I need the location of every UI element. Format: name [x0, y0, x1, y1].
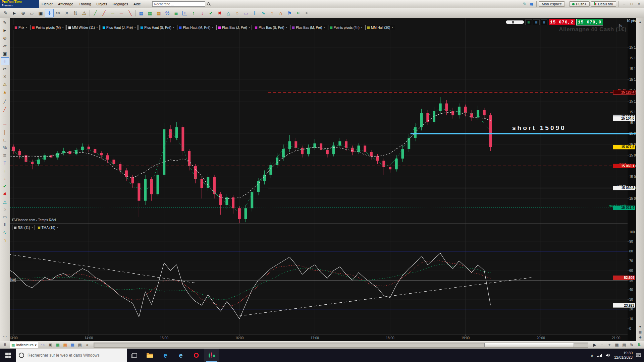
chart-table-green[interactable]: ▦ — [146, 9, 154, 17]
data-table-blue-button-1[interactable]: ≣ — [533, 19, 540, 25]
sort-tool[interactable]: ⇅ — [71, 9, 80, 17]
zoom-out-button[interactable]: − — [598, 342, 606, 348]
arrow-down-red-tool[interactable]: ↓ — [1, 175, 9, 182]
indicators-dropdown[interactable]: ▦ Indicateurs ▾ — [10, 342, 38, 348]
brush-icon[interactable]: ✎ — [522, 1, 528, 7]
cut-tool[interactable]: ✂ — [1, 65, 9, 73]
calendar-button[interactable]: ▦ — [613, 342, 621, 348]
percent-tool[interactable]: % — [1, 144, 9, 152]
arrow-down-green-tool[interactable]: ↓ — [1, 167, 9, 175]
triangle-tool[interactable]: △ — [224, 9, 233, 17]
curve-green-tool[interactable]: ≈ — [294, 9, 303, 17]
zoom-tool[interactable]: ⊕ — [1, 34, 9, 42]
indicator-legend-item[interactable]: MM Wilder (11)× — [66, 25, 100, 30]
clock[interactable]: 19:30 12/01/2023 — [614, 351, 633, 360]
zoom-tool[interactable]: ⊕ — [19, 9, 28, 17]
push-button[interactable]: Push+ — [569, 1, 590, 7]
chart-canvas[interactable]: 15 17015 16015 15015 14015 13015 12015 1… — [10, 18, 636, 341]
alert-tool[interactable]: ⚠ — [80, 9, 89, 17]
line-tool[interactable]: ╱ — [1, 98, 9, 105]
taskbar-search[interactable] — [16, 349, 127, 362]
arrows-green-button[interactable]: ⇅ — [635, 342, 643, 348]
channel-tool[interactable]: ‖ — [1, 221, 9, 229]
menu-aide[interactable]: Aide — [131, 0, 144, 8]
short-annotation[interactable]: short 15090 — [512, 124, 566, 131]
legend-remove-icon[interactable]: × — [134, 26, 136, 29]
workspace-icon[interactable]: ▦ — [528, 1, 534, 7]
indicator-legend-item[interactable]: MM Hull (30)× — [365, 25, 395, 30]
channel-tool[interactable]: ‖ — [250, 9, 259, 17]
trash-tool[interactable]: ✕ — [62, 9, 71, 17]
chart-table-blue[interactable]: ▦ — [137, 9, 146, 17]
move-tool[interactable]: ✛ — [1, 57, 9, 65]
notification-icon[interactable] — [636, 353, 641, 358]
pattern-arc-tool[interactable]: ∩ — [1, 236, 9, 244]
trendline-green-tool[interactable]: ╱ — [91, 9, 100, 17]
check-tool[interactable]: ✔ — [1, 182, 9, 190]
rect-tool[interactable]: ▭ — [241, 9, 250, 17]
cut-tool[interactable]: ✂ — [54, 9, 62, 17]
internet-explorer-app[interactable]: e — [173, 349, 189, 362]
fibonacci-tool[interactable]: ≣ — [1, 152, 9, 159]
pencil-tool[interactable]: ✎ — [1, 19, 9, 26]
text-tool[interactable]: T — [1, 159, 9, 167]
indicator-legend-item[interactable]: Plus Haut (M, Pré)× — [177, 25, 215, 30]
zoom-slider[interactable] — [506, 20, 524, 24]
task-view-button[interactable] — [127, 349, 142, 362]
indicator-legend-item[interactable]: Plus Haut (S, Pré)× — [139, 25, 176, 30]
search-icon[interactable] — [207, 2, 211, 6]
ray-red-tool[interactable]: ╲ — [126, 9, 135, 17]
alert-tool[interactable]: ⚠ — [1, 80, 9, 88]
check-tool[interactable]: ✔ — [207, 9, 215, 17]
start-button[interactable] — [0, 349, 16, 362]
close-button[interactable]: × — [635, 1, 643, 7]
menu-fichier[interactable]: Fichier — [39, 0, 55, 8]
cross-tool[interactable]: ✖ — [215, 9, 224, 17]
grip-handle[interactable]: ⠿ — [1, 342, 9, 348]
search-input[interactable] — [152, 1, 205, 7]
vline-tool[interactable]: │ — [1, 128, 9, 136]
hline-olive-tool[interactable]: ─ — [108, 9, 117, 17]
price-axis[interactable] — [628, 18, 636, 341]
scroll-down-button[interactable]: ▼ — [637, 324, 643, 329]
time-scrollbar[interactable] — [94, 343, 588, 348]
chart-table-orange[interactable]: ▦ — [154, 9, 163, 17]
eraser-tool[interactable]: ▱ — [1, 42, 9, 50]
zoom-in-button[interactable]: + — [606, 342, 613, 348]
menu-réglages[interactable]: Réglages — [110, 0, 130, 8]
collapse-button[interactable]: « — [84, 342, 91, 348]
copy-tool[interactable]: ▣ — [1, 50, 9, 57]
indicator-legend-item[interactable]: Points pivots (4h)× — [328, 25, 365, 30]
fibonacci-tool[interactable]: ≣ — [172, 9, 180, 17]
zoom-slider-knob[interactable] — [512, 21, 514, 23]
print-button[interactable]: ▤ — [76, 342, 84, 348]
refresh-button[interactable]: ↻ — [628, 342, 635, 348]
mon-espace-button[interactable]: Mon espace — [539, 1, 565, 7]
angle-tool[interactable]: ∟ — [1, 136, 9, 144]
more-tools[interactable]: ⋯ — [1, 332, 9, 340]
cursor-tool[interactable]: ► — [1, 26, 9, 34]
legend-remove-icon[interactable]: × — [323, 26, 325, 29]
cursor-tool[interactable]: ► — [10, 9, 19, 17]
ellipse-tool[interactable]: ○ — [1, 205, 9, 213]
flag-tool[interactable]: ⚑ — [285, 9, 294, 17]
snapshot-button[interactable]: ▤ — [621, 342, 628, 348]
trash-tool[interactable]: ✕ — [1, 73, 9, 80]
legend-remove-icon[interactable]: × — [96, 26, 98, 29]
clipboard-button[interactable]: ▣ — [47, 342, 54, 348]
arrow-down-red-tool[interactable]: ↓ — [198, 9, 207, 17]
line-red-tool[interactable]: ╱ — [1, 105, 9, 113]
eraser-tool[interactable]: ▱ — [28, 9, 36, 17]
minimize-button[interactable]: – — [621, 1, 628, 7]
grid-blue-button[interactable]: ▦ — [69, 342, 76, 348]
grid-green-button[interactable]: ▦ — [54, 342, 61, 348]
copy-tool[interactable]: ▣ — [36, 9, 45, 17]
legend-remove-icon[interactable]: × — [173, 26, 174, 29]
ellipse-tool[interactable]: ○ — [233, 9, 241, 17]
legend-remove-icon[interactable]: × — [249, 26, 250, 29]
indicator-legend-item[interactable]: Plus Bas (J, Pré)× — [216, 25, 252, 30]
legend-remove-icon[interactable]: × — [361, 26, 363, 29]
legend-remove-icon[interactable]: × — [391, 26, 393, 29]
legend-remove-icon[interactable]: × — [286, 26, 287, 29]
pattern-arc-tool[interactable]: ∩ — [268, 9, 276, 17]
